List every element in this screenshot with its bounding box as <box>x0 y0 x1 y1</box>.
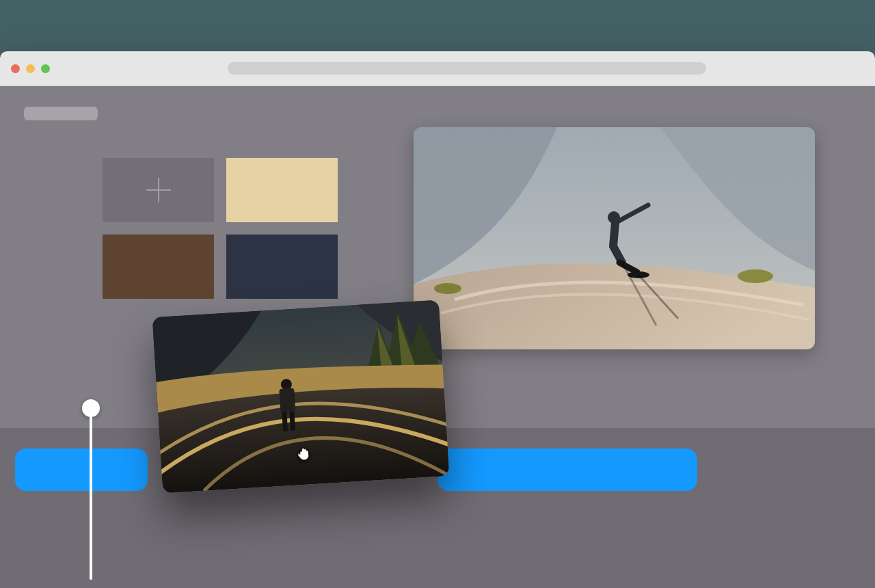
timeline-clip[interactable] <box>438 449 697 491</box>
maximize-window-button[interactable] <box>41 64 50 73</box>
plus-icon <box>146 178 171 202</box>
dragging-clip-thumbnail[interactable] <box>152 299 450 493</box>
swatch-navy[interactable] <box>226 235 338 299</box>
playhead-handle[interactable] <box>82 399 100 417</box>
address-bar[interactable] <box>228 62 706 75</box>
svg-point-2 <box>434 283 461 294</box>
playhead-line <box>90 416 92 580</box>
swatch-brown[interactable] <box>103 235 214 299</box>
app-content <box>0 86 875 588</box>
minimize-window-button[interactable] <box>26 64 35 73</box>
svg-rect-7 <box>279 388 295 412</box>
app-title-placeholder <box>24 107 98 120</box>
browser-window <box>0 51 875 588</box>
traffic-lights <box>11 64 50 73</box>
add-swatch-button[interactable] <box>103 158 214 222</box>
grabbing-hand-icon <box>293 441 315 466</box>
timeline-clip[interactable] <box>15 449 148 491</box>
svg-point-1 <box>738 269 773 283</box>
close-window-button[interactable] <box>11 64 20 73</box>
preview-image[interactable] <box>414 127 815 349</box>
svg-point-3 <box>608 211 620 224</box>
browser-titlebar <box>0 51 875 86</box>
color-palette <box>103 158 338 299</box>
swatch-beige[interactable] <box>226 158 338 222</box>
